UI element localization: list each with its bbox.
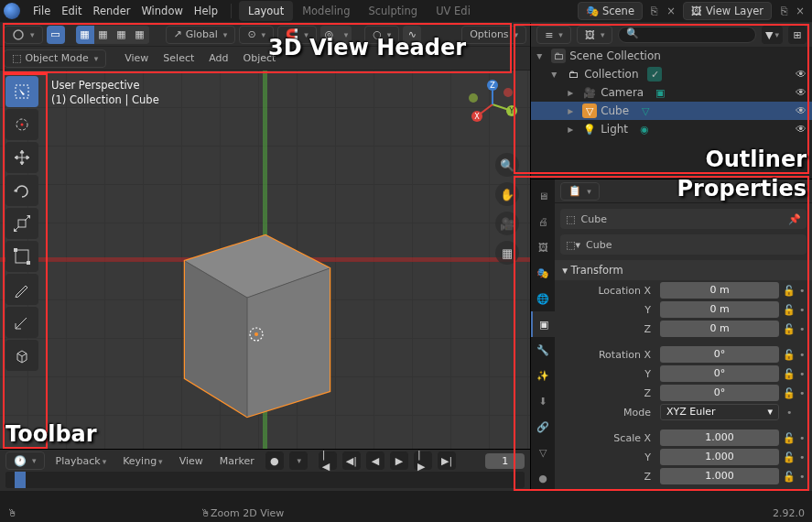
new-collection-icon[interactable]: ⊞ — [788, 26, 807, 44]
lock-icon[interactable]: 🔓 — [783, 432, 796, 444]
ptab-render[interactable]: 🖥 — [531, 183, 555, 209]
tree-item-light[interactable]: ▸💡 Light ◉ 👁 — [531, 120, 812, 138]
zoom-icon[interactable]: 🔍 — [495, 153, 519, 177]
timeline-playback[interactable]: Playback — [50, 452, 113, 470]
3d-menu-add[interactable]: Add — [203, 49, 233, 67]
jump-next-key-icon[interactable]: |▶ — [414, 451, 432, 470]
viewlayer-field[interactable]: 🖼 View Layer — [683, 2, 772, 20]
lock-icon[interactable]: 🔓 — [783, 471, 796, 483]
pivot-dropdown[interactable]: ⊙ — [239, 26, 274, 44]
play-rev-icon[interactable]: ◀ — [366, 451, 384, 470]
rot-z[interactable]: 0° — [660, 385, 779, 401]
ptab-physics[interactable]: ⬇ — [531, 388, 555, 414]
panel-transform[interactable]: ▾ Transform — [555, 260, 812, 280]
proportional-edit[interactable]: ◎ — [320, 26, 352, 44]
breadcrumb[interactable]: ⬚ Cube 📌 — [560, 209, 807, 229]
pan-icon[interactable]: ✋ — [495, 182, 519, 206]
tool-move[interactable] — [5, 142, 38, 173]
loc-x[interactable]: 0 m — [660, 282, 779, 299]
menu-help[interactable]: Help — [189, 2, 223, 20]
scale-x[interactable]: 1.000 — [660, 430, 779, 446]
autokey-icon[interactable]: ● — [265, 451, 284, 470]
timeline-track[interactable] — [5, 472, 525, 488]
ptab-object[interactable]: ▣ — [531, 311, 555, 337]
scale-y[interactable]: 1.000 — [660, 449, 779, 465]
3d-menu-view[interactable]: View — [119, 49, 154, 67]
lock-icon[interactable]: 🔓 — [783, 451, 796, 463]
3d-menu-object[interactable]: Object — [238, 49, 282, 67]
rot-y[interactable]: 0° — [660, 365, 779, 382]
jump-last-icon[interactable]: ▶| — [438, 451, 456, 470]
tree-scene-collection[interactable]: ▾🗀 Scene Collection — [531, 47, 812, 65]
ptab-material[interactable]: ● — [531, 465, 555, 491]
outliner-editor-dropdown[interactable]: ≡ — [536, 26, 571, 44]
proportional-dropdown[interactable]: ○ — [364, 26, 399, 44]
ptab-output[interactable]: 🖨 — [531, 209, 555, 234]
default-cube[interactable] — [174, 199, 339, 409]
lock-icon[interactable]: 🔓 — [783, 349, 796, 361]
tool-add-cube[interactable] — [5, 340, 38, 371]
properties-editor-dropdown[interactable]: 📋 — [560, 182, 600, 201]
playhead[interactable] — [15, 472, 26, 488]
scene-field[interactable]: 🎭 Scene — [578, 2, 643, 20]
outliner-search[interactable]: 🔍 — [618, 27, 756, 43]
menu-render[interactable]: Render — [88, 2, 136, 20]
camera-view-icon[interactable]: 🎥 — [495, 212, 519, 235]
perspective-toggle-icon[interactable]: ▦ — [495, 241, 519, 265]
editor-type-dropdown[interactable] — [4, 26, 43, 44]
workspace-tab-modeling[interactable]: Modeling — [293, 1, 359, 21]
menu-file[interactable]: File — [27, 2, 56, 20]
lock-icon[interactable]: 🔓 — [783, 387, 796, 399]
eye-icon[interactable]: 👁 — [796, 123, 807, 136]
scale-z[interactable]: 1.000 — [660, 468, 779, 484]
tool-scale[interactable] — [5, 208, 38, 239]
new-scene-icon[interactable]: ⎘ — [646, 3, 663, 19]
jump-prev-key-icon[interactable]: ◀| — [342, 451, 361, 470]
menu-edit[interactable]: Edit — [56, 2, 87, 20]
tree-collection[interactable]: ▾🗀 Collection ✓ 👁 — [531, 65, 812, 83]
3d-viewport[interactable]: User Perspective (1) Collection | Cube Y — [0, 71, 530, 449]
tool-cursor[interactable] — [5, 109, 38, 140]
tool-rotate[interactable] — [5, 175, 38, 206]
tree-item-camera[interactable]: ▸🎥 Camera ▣ 👁 — [531, 83, 812, 102]
options-dropdown[interactable]: Options — [461, 26, 526, 44]
3d-menu-select[interactable]: Select — [157, 49, 200, 67]
ptab-world[interactable]: 🌐 — [531, 286, 555, 311]
lock-icon[interactable]: 🔓 — [783, 368, 796, 380]
rotation-mode[interactable]: XYZ Euler▾ — [660, 404, 779, 420]
snap-dropdown[interactable]: 🧲 — [277, 26, 317, 44]
delete-scene-icon[interactable]: × — [663, 3, 679, 19]
autokey-drop[interactable] — [289, 451, 308, 470]
lock-icon[interactable]: 🔓 — [783, 304, 796, 316]
orientation-dropdown[interactable]: ↗ Global — [166, 26, 236, 44]
collection-exclude-icon[interactable]: ✓ — [647, 67, 662, 82]
delete-layer-icon[interactable]: × — [792, 3, 808, 19]
eye-icon[interactable]: 👁 — [796, 104, 807, 117]
loc-z[interactable]: 0 m — [660, 321, 779, 337]
menu-window[interactable]: Window — [135, 2, 188, 20]
timeline-marker[interactable]: Marker — [214, 452, 260, 470]
ptab-viewlayer[interactable]: 🖼 — [531, 234, 555, 260]
ptab-scene[interactable]: 🎭 — [531, 260, 555, 286]
transform-grid-buttons[interactable]: ▦▦▦▦ — [76, 26, 149, 44]
loc-y[interactable]: 0 m — [660, 301, 779, 318]
ptab-modifiers[interactable]: 🔧 — [531, 337, 555, 363]
rot-x[interactable]: 0° — [660, 346, 779, 363]
tree-item-cube[interactable]: ▸▽ Cube ▽ 👁 — [531, 102, 812, 120]
play-icon[interactable]: ▶ — [390, 451, 408, 470]
workspace-tab-layout[interactable]: Layout — [239, 1, 293, 21]
curve-icon[interactable]: ∿ — [403, 26, 421, 44]
outliner-filter-icon[interactable]: ▼ — [762, 26, 783, 44]
eye-icon[interactable]: 👁 — [796, 68, 807, 81]
nav-gizmo[interactable]: Y X Z — [468, 80, 517, 129]
workspace-tab-uvedit[interactable]: UV Edi — [427, 1, 480, 21]
workspace-tab-sculpting[interactable]: Sculpting — [359, 1, 427, 21]
tool-transform[interactable] — [5, 241, 38, 272]
tool-select-box[interactable] — [5, 76, 38, 107]
tool-annotate[interactable] — [5, 274, 38, 305]
eye-icon[interactable]: 👁 — [796, 86, 807, 99]
outliner-display-dropdown[interactable]: 🖼 — [577, 26, 613, 44]
current-frame[interactable]: 1 — [485, 453, 525, 469]
ptab-data[interactable]: ▽ — [531, 440, 555, 465]
tool-measure[interactable] — [5, 307, 38, 338]
